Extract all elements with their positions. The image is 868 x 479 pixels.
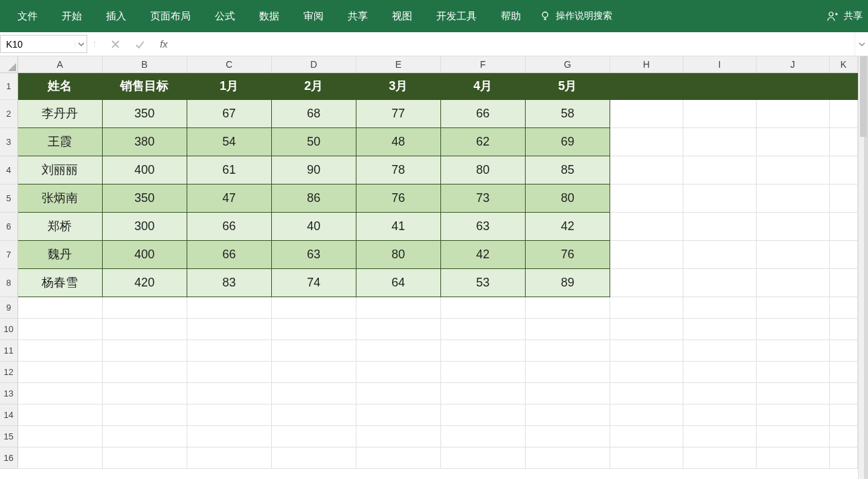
cell-E1[interactable]: 3月 <box>356 72 440 99</box>
cell-F11[interactable] <box>440 339 525 361</box>
cell-J1[interactable] <box>756 72 829 99</box>
cell-F3[interactable]: 62 <box>440 127 525 156</box>
cell-J7[interactable] <box>756 240 829 268</box>
cell-J15[interactable] <box>756 425 829 447</box>
row-header-13[interactable]: 13 <box>0 382 17 404</box>
cell-B7[interactable]: 400 <box>102 240 187 268</box>
cell-F4[interactable]: 80 <box>440 156 525 184</box>
cell-F9[interactable] <box>440 297 525 318</box>
cell-D14[interactable] <box>271 404 356 425</box>
fx-button[interactable]: fx <box>152 32 176 56</box>
cell-I14[interactable] <box>683 404 756 425</box>
cell-B12[interactable] <box>102 361 187 382</box>
cell-K1[interactable] <box>829 72 857 99</box>
cell-C5[interactable]: 47 <box>187 184 271 212</box>
row-header-6[interactable]: 6 <box>0 212 17 240</box>
row-header-14[interactable]: 14 <box>0 404 17 425</box>
cell-C4[interactable]: 61 <box>187 156 271 184</box>
cell-A1[interactable]: 姓名 <box>17 72 102 99</box>
cell-E11[interactable] <box>356 339 440 361</box>
tab-view[interactable]: 视图 <box>380 0 424 32</box>
cell-G3[interactable]: 69 <box>525 127 610 156</box>
cell-B8[interactable]: 420 <box>102 268 187 297</box>
cell-K15[interactable] <box>829 425 857 447</box>
cell-K11[interactable] <box>829 339 857 361</box>
cell-C8[interactable]: 83 <box>187 268 271 297</box>
cell-B3[interactable]: 380 <box>102 127 187 156</box>
cell-J5[interactable] <box>756 184 829 212</box>
cell-D8[interactable]: 74 <box>271 268 356 297</box>
cell-D1[interactable]: 2月 <box>271 72 356 99</box>
cell-H7[interactable] <box>610 240 683 268</box>
cell-E4[interactable]: 78 <box>356 156 440 184</box>
cell-E5[interactable]: 76 <box>356 184 440 212</box>
cell-C13[interactable] <box>187 382 271 404</box>
cell-J9[interactable] <box>756 297 829 318</box>
cell-H1[interactable] <box>610 72 683 99</box>
cell-F2[interactable]: 66 <box>440 99 525 127</box>
cell-K7[interactable] <box>829 240 857 268</box>
cell-I3[interactable] <box>683 127 756 156</box>
cell-E9[interactable] <box>356 297 440 318</box>
row-header-16[interactable]: 16 <box>0 447 17 468</box>
cell-B15[interactable] <box>102 425 187 447</box>
formula-bar-expand[interactable] <box>855 32 868 56</box>
cell-H9[interactable] <box>610 297 683 318</box>
cell-K9[interactable] <box>829 297 857 318</box>
cell-K16[interactable] <box>829 447 857 468</box>
cell-I15[interactable] <box>683 425 756 447</box>
cell-K3[interactable] <box>829 127 857 156</box>
cell-D9[interactable] <box>271 297 356 318</box>
cell-J4[interactable] <box>756 156 829 184</box>
cell-E13[interactable] <box>356 382 440 404</box>
cell-H6[interactable] <box>610 212 683 240</box>
vertical-scrollbar[interactable] <box>858 56 868 479</box>
cell-D7[interactable]: 63 <box>271 240 356 268</box>
tab-formulas[interactable]: 公式 <box>203 0 247 32</box>
cell-A11[interactable] <box>17 339 102 361</box>
cell-F10[interactable] <box>440 318 525 339</box>
cell-E14[interactable] <box>356 404 440 425</box>
tab-developer[interactable]: 开发工具 <box>424 0 489 32</box>
tab-review[interactable]: 审阅 <box>291 0 336 32</box>
cell-C2[interactable]: 67 <box>187 99 271 127</box>
cell-I12[interactable] <box>683 361 756 382</box>
cell-I9[interactable] <box>683 297 756 318</box>
cell-E16[interactable] <box>356 447 440 468</box>
cell-K5[interactable] <box>829 184 857 212</box>
cell-A10[interactable] <box>17 318 102 339</box>
tab-insert[interactable]: 插入 <box>94 0 138 32</box>
cell-B9[interactable] <box>102 297 187 318</box>
cell-I16[interactable] <box>683 447 756 468</box>
row-header-5[interactable]: 5 <box>0 184 17 212</box>
cell-F5[interactable]: 73 <box>440 184 525 212</box>
row-header-8[interactable]: 8 <box>0 268 17 297</box>
cell-I1[interactable] <box>683 72 756 99</box>
cell-C15[interactable] <box>187 425 271 447</box>
cell-J10[interactable] <box>756 318 829 339</box>
cell-D5[interactable]: 86 <box>271 184 356 212</box>
cell-E8[interactable]: 64 <box>356 268 440 297</box>
cell-K8[interactable] <box>829 268 857 297</box>
cell-I5[interactable] <box>683 184 756 212</box>
cell-A14[interactable] <box>17 404 102 425</box>
cell-E7[interactable]: 80 <box>356 240 440 268</box>
cell-F16[interactable] <box>440 447 525 468</box>
cell-B10[interactable] <box>102 318 187 339</box>
cell-H16[interactable] <box>610 447 683 468</box>
cell-C6[interactable]: 66 <box>187 212 271 240</box>
cell-K2[interactable] <box>829 99 857 127</box>
cell-K6[interactable] <box>829 212 857 240</box>
name-box[interactable]: K10 <box>0 35 87 53</box>
enter-button[interactable] <box>128 32 152 56</box>
cell-B4[interactable]: 400 <box>102 156 187 184</box>
col-header-J[interactable]: J <box>756 56 829 72</box>
cell-E15[interactable] <box>356 425 440 447</box>
cell-K10[interactable] <box>829 318 857 339</box>
col-header-H[interactable]: H <box>610 56 683 72</box>
cell-F8[interactable]: 53 <box>440 268 525 297</box>
tab-help[interactable]: 帮助 <box>489 0 533 32</box>
cell-F15[interactable] <box>440 425 525 447</box>
cell-B13[interactable] <box>102 382 187 404</box>
cell-G2[interactable]: 58 <box>525 99 610 127</box>
